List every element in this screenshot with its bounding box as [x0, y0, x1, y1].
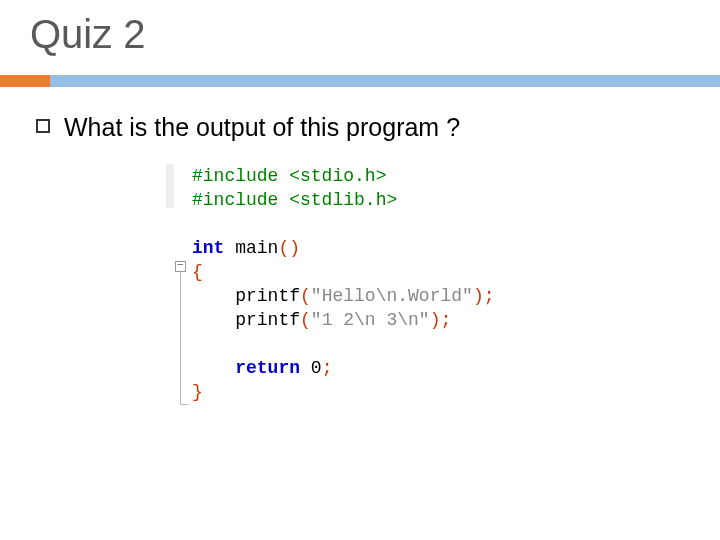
code-block: #include <stdio.h> #include <stdlib.h> i…: [152, 164, 720, 404]
code-token: [192, 358, 235, 378]
fold-toggle-icon: [175, 261, 186, 272]
question-row: What is the output of this program ?: [36, 113, 720, 142]
code-token: {: [192, 262, 203, 282]
code-token: int: [192, 238, 224, 258]
code-token: "Hello\n.World": [311, 286, 473, 306]
code-token: "1 2\n 3\n": [311, 310, 430, 330]
code-token: (): [278, 238, 300, 258]
code-token: ;: [484, 286, 495, 306]
fold-column: [174, 164, 192, 404]
code-token: ;: [322, 358, 333, 378]
code-token: }: [192, 382, 203, 402]
code-token: 0: [300, 358, 322, 378]
code-gutter: [152, 164, 174, 404]
code-token: ): [473, 286, 484, 306]
code-token: ;: [440, 310, 451, 330]
divider-accent: [0, 75, 50, 87]
question-text: What is the output of this program ?: [64, 113, 460, 142]
code-token: <stdlib.h>: [289, 190, 397, 210]
code-token: main: [224, 238, 278, 258]
code-token: (: [300, 286, 311, 306]
code-token: return: [235, 358, 300, 378]
code-token: ): [430, 310, 441, 330]
code-token: <stdio.h>: [289, 166, 386, 186]
slide-title: Quiz 2: [0, 0, 720, 57]
code-token: printf: [192, 286, 300, 306]
title-divider: [0, 75, 720, 87]
divider-bar: [50, 75, 720, 87]
code-text: #include <stdio.h> #include <stdlib.h> i…: [192, 164, 495, 404]
code-token: printf: [192, 310, 300, 330]
code-token: (: [300, 310, 311, 330]
code-token: #include: [192, 166, 289, 186]
code-token: #include: [192, 190, 289, 210]
square-bullet-icon: [36, 119, 50, 133]
